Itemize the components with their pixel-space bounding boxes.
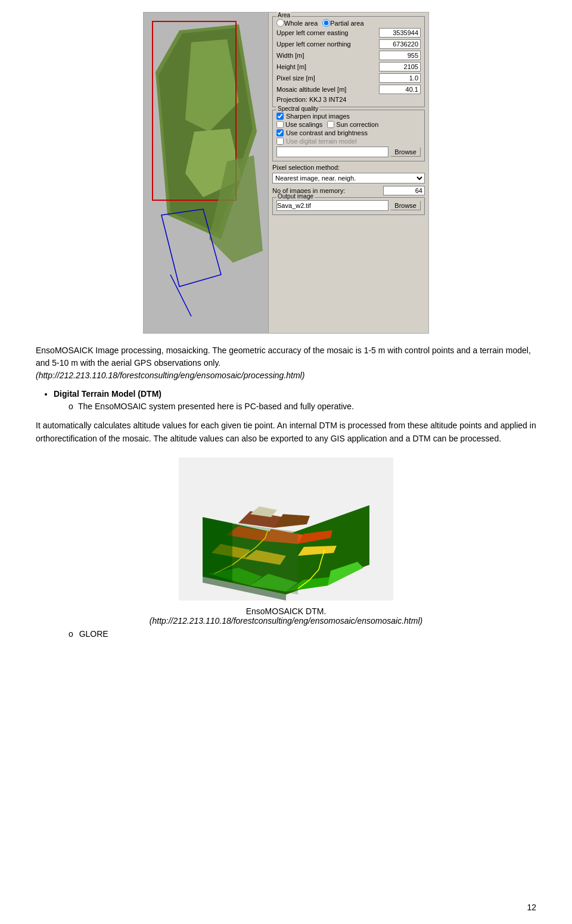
use-scalings-label[interactable]: Use scalings <box>276 121 322 128</box>
sun-correction-label[interactable]: Sun correction <box>327 121 378 128</box>
spectral-quality-group: Spectral quality Sharpen input images Us… <box>272 110 425 161</box>
northing-row: Upper left corner northing 6736220 <box>276 39 421 49</box>
sun-correction-checkbox[interactable] <box>327 121 334 128</box>
dtm-bullet-item: Digital Terrain Model (DTM) The EnsoMOSA… <box>54 388 536 413</box>
glore-item: GLORE <box>69 629 536 639</box>
dtm-sub-list: The EnsoMOSAIC system presented here is … <box>69 400 536 413</box>
contrast-row[interactable]: Use contrast and brightness <box>276 129 421 136</box>
page-number: 12 <box>527 903 536 912</box>
screenshot-box: Area Whole area Partial area Upper left … <box>143 12 429 334</box>
main-bullet-list: Digital Terrain Model (DTM) The EnsoMOSA… <box>54 388 536 413</box>
pixel-selection-dropdown[interactable]: Nearest image, near. neigh. <box>272 173 425 183</box>
dtm-row[interactable]: Use digital terrain model <box>276 138 421 145</box>
settings-panel: Area Whole area Partial area Upper left … <box>269 13 428 333</box>
main-content: EnsoMOSAICK Image processing, mosaicking… <box>36 344 536 639</box>
sharpen-row[interactable]: Sharpen input images <box>276 113 421 120</box>
pixel-selection-label: Pixel selection method: <box>272 164 425 171</box>
map-panel <box>144 13 269 333</box>
contrast-checkbox[interactable] <box>276 129 284 136</box>
sharpen-checkbox[interactable] <box>276 113 284 120</box>
body-paragraph-1: It automatically calculates altitude val… <box>36 419 536 446</box>
output-filename-input[interactable] <box>276 200 388 211</box>
altitude-level-row: Mosaic altitude level [m] 40.1 <box>276 85 421 94</box>
intro-paragraph: EnsoMOSAICK Image processing, mosaicking… <box>36 344 536 382</box>
area-radio-row: Whole area Partial area <box>276 19 421 27</box>
partial-area-radio[interactable] <box>322 19 330 27</box>
dtm-sub-item-1: The EnsoMOSAIC system presented here is … <box>69 400 536 413</box>
whole-area-label[interactable]: Whole area <box>276 19 318 27</box>
pixel-size-row: Pixel size [m] 1.0 <box>276 73 421 83</box>
dtm-path-input[interactable] <box>276 147 388 157</box>
dtm-checkbox[interactable] <box>276 138 284 145</box>
dtm-caption: EnsoMOSAICK DTM. <box>36 606 536 616</box>
output-row: Browse <box>276 200 421 211</box>
whole-area-radio[interactable] <box>276 19 284 27</box>
page-container: Area Whole area Partial area Upper left … <box>0 0 572 924</box>
area-group-label: Area <box>276 12 291 18</box>
dtm-browse-button[interactable]: Browse <box>390 147 421 157</box>
area-group: Area Whole area Partial area Upper left … <box>272 16 425 107</box>
width-row: Width [m] 955 <box>276 51 421 60</box>
height-row: Height [m] 2105 <box>276 62 421 71</box>
partial-area-label[interactable]: Partial area <box>322 19 363 27</box>
output-browse-button[interactable]: Browse <box>390 201 421 210</box>
dtm-image <box>179 458 393 601</box>
projection-row: Projection: KKJ 3 INT24 <box>276 96 421 103</box>
dtm-image-container <box>36 458 536 601</box>
dtm-caption-link: (http://212.213.110.18/forestconsulting/… <box>36 616 536 626</box>
use-scalings-checkbox[interactable] <box>276 121 284 128</box>
svg-marker-24 <box>203 517 232 583</box>
spectral-quality-label: Spectral quality <box>276 105 319 112</box>
pixel-selection-section: Pixel selection method: Nearest image, n… <box>272 164 425 183</box>
easting-row: Upper left corner easting 3535944 <box>276 28 421 38</box>
screenshot-area: Area Whole area Partial area Upper left … <box>36 12 536 334</box>
output-image-label: Output image <box>276 193 315 200</box>
output-image-group: Output image Browse <box>272 197 425 215</box>
caption-area: EnsoMOSAICK DTM. (http://212.213.110.18/… <box>36 606 536 626</box>
dtm-browse-row: Browse <box>276 147 421 157</box>
svg-marker-26 <box>232 523 298 595</box>
